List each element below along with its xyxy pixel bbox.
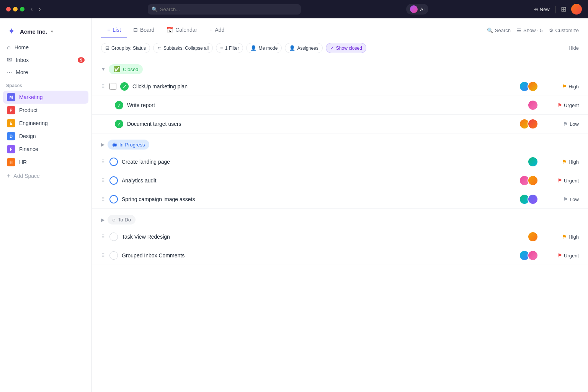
ai-label: AI (420, 7, 425, 12)
show-closed-chip[interactable]: ✓ Show closed (326, 43, 366, 53)
chevron-down-icon: ▾ (51, 29, 53, 34)
search-action-button[interactable]: 🔍 Search (487, 28, 511, 33)
search-icon: 🔍 (152, 7, 158, 12)
task-name[interactable]: Analytics audit (122, 177, 511, 184)
task-checkbox[interactable] (109, 83, 116, 90)
drag-handle-icon[interactable]: ⠿ (101, 252, 105, 259)
task-assignees (515, 81, 538, 92)
priority-label: Urgent (564, 253, 579, 259)
back-button[interactable]: ‹ (29, 5, 34, 13)
sidebar-item-home[interactable]: ⌂ Home (3, 41, 88, 54)
tab-calendar-label: Calendar (175, 27, 197, 33)
drag-handle-icon[interactable]: ⠿ (101, 159, 105, 165)
sidebar-item-design[interactable]: D Design (3, 130, 88, 143)
sidebar-item-finance[interactable]: F Finance (3, 143, 88, 156)
forward-button[interactable]: › (37, 5, 42, 13)
task-status-closed[interactable]: ✓ (120, 82, 129, 91)
grid-button[interactable]: ⊞ (561, 5, 567, 13)
workspace-logo[interactable]: ✦ Acme Inc. ▾ (0, 23, 91, 41)
tab-calendar[interactable]: 📅 Calendar (160, 23, 203, 38)
group-todo-label: To Do (118, 217, 131, 223)
drag-handle-icon[interactable]: ⠿ (101, 177, 105, 184)
group-in-progress-label: In Progress (119, 142, 145, 148)
group-toggle-in-progress[interactable]: ▶ (101, 142, 105, 147)
task-row: ⠿ Task View Redesign ⚑ High (92, 228, 588, 246)
show-action-button[interactable]: ☰ Show · 5 (517, 28, 543, 33)
group-header-closed[interactable]: ▼ ✅ Closed (92, 58, 588, 77)
group-toggle-todo[interactable]: ▶ (101, 217, 105, 223)
sidebar-item-more[interactable]: ··· More (3, 66, 88, 78)
closed-check-icon: ✅ (113, 66, 121, 73)
search-action-label: Search (495, 28, 511, 33)
calendar-icon: 📅 (167, 27, 173, 33)
me-mode-chip[interactable]: 👤 Me mode (246, 43, 282, 53)
view-header: ≡ List ⊟ Board 📅 Calendar + Add 🔍 Search (92, 18, 588, 38)
product-icon: P (7, 106, 15, 114)
task-assignees (515, 250, 538, 261)
priority-flag-icon: ⚑ (563, 196, 568, 202)
minimize-dot[interactable] (13, 7, 18, 11)
drag-handle-icon[interactable]: ⠿ (101, 196, 105, 202)
avatar (528, 119, 538, 129)
ai-button[interactable]: AI (406, 4, 428, 15)
user-avatar[interactable] (571, 4, 582, 15)
sidebar-item-design-label: Design (19, 133, 36, 139)
filter-chip[interactable]: ≡ 1 Filter (216, 43, 243, 53)
task-status-in-progress[interactable] (109, 195, 118, 203)
show-closed-icon: ✓ (330, 45, 334, 51)
task-name[interactable]: Write report (127, 102, 511, 108)
task-status-closed[interactable]: ✓ (115, 120, 123, 128)
task-name[interactable]: Create landing page (122, 159, 511, 165)
group-toggle-closed[interactable]: ▼ (101, 67, 106, 72)
group-header-todo[interactable]: ▶ ○ To Do (92, 209, 588, 228)
task-name[interactable]: Spring campaign image assets (122, 196, 511, 202)
new-button[interactable]: ⊕ New (534, 7, 550, 12)
task-status-closed[interactable]: ✓ (115, 101, 123, 109)
sidebar-item-product[interactable]: P Product (3, 104, 88, 117)
task-status-in-progress[interactable] (109, 158, 118, 166)
task-name[interactable]: Task View Redesign (122, 234, 511, 240)
task-assignees (515, 231, 538, 242)
sidebar-item-hr[interactable]: H HR (3, 156, 88, 169)
tab-list[interactable]: ≡ List (101, 23, 127, 38)
sidebar-item-more-label: More (16, 69, 28, 75)
task-name[interactable]: Document target users (127, 121, 511, 127)
hide-button[interactable]: Hide (568, 45, 579, 51)
drag-handle-icon[interactable]: ⠿ (101, 234, 105, 240)
todo-icon: ○ (112, 216, 116, 223)
sidebar: ✦ Acme Inc. ▾ ⌂ Home ✉ Inbox 9 ··· More … (0, 18, 92, 392)
group-header-in-progress[interactable]: ▶ ◉ In Progress (92, 133, 588, 153)
sidebar-item-marketing[interactable]: M Marketing (3, 91, 88, 104)
add-space-button[interactable]: + Add Space (3, 170, 88, 182)
priority-label: High (568, 234, 579, 240)
drag-handle-icon[interactable]: ⠿ (101, 83, 105, 89)
add-icon: + (209, 27, 212, 33)
group-by-label: Group by: Status (111, 46, 146, 51)
task-status-todo[interactable] (109, 233, 118, 241)
task-row: ✓ Document target users ⚑ Low (92, 115, 588, 133)
tab-board[interactable]: ⊟ Board (127, 23, 160, 38)
group-by-icon: ⊟ (105, 45, 109, 51)
finance-icon: F (7, 145, 15, 153)
maximize-dot[interactable] (20, 7, 24, 11)
customize-action-button[interactable]: ⚙ Customize (549, 28, 579, 33)
subtasks-chip[interactable]: ⊂ Subtasks: Collapse all (153, 43, 213, 53)
sidebar-item-engineering[interactable]: E Engineering (3, 117, 88, 130)
plus-icon: ⊕ (534, 7, 538, 12)
task-row: ⠿ Spring campaign image assets ⚑ Low (92, 190, 588, 209)
tab-add[interactable]: + Add (203, 23, 230, 38)
task-status-todo[interactable] (109, 251, 118, 260)
task-name[interactable]: ClickUp marketing plan (132, 83, 511, 89)
priority-flag-icon: ⚑ (562, 83, 567, 89)
close-dot[interactable] (6, 7, 11, 11)
global-search: 🔍 (148, 4, 301, 15)
hr-icon: H (7, 158, 15, 166)
sidebar-item-inbox[interactable]: ✉ Inbox 9 (3, 54, 88, 66)
group-by-chip[interactable]: ⊟ Group by: Status (101, 43, 150, 53)
task-status-in-progress[interactable] (109, 176, 118, 185)
avatar (528, 81, 538, 92)
search-input[interactable] (148, 4, 301, 15)
task-name[interactable]: Grouped Inbox Comments (122, 252, 511, 259)
assignees-chip[interactable]: 👤 Assignees (285, 43, 322, 53)
avatar (528, 100, 538, 111)
